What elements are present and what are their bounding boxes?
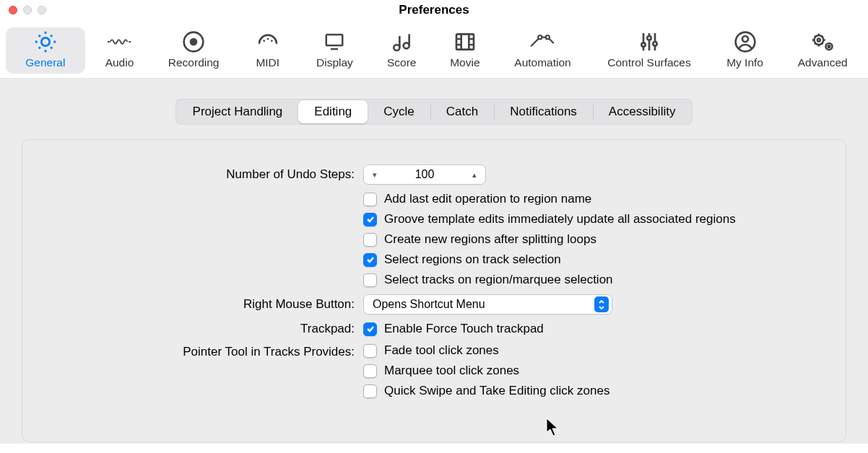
checkbox-quick-swipe-zones[interactable]: Quick Swipe and Take Editing click zones [363, 384, 817, 398]
editing-checkbox-group-1: Add last edit operation to region name G… [363, 192, 817, 287]
subtab-bar: Project Handling Editing Cycle Catch Not… [0, 99, 868, 125]
svg-point-14 [653, 42, 656, 45]
checkbox-label: Marquee tool click zones [384, 364, 519, 378]
checkbox-create-new-regions[interactable]: Create new regions after splitting loops [363, 232, 817, 247]
subtab-accessibility[interactable]: Accessibility [593, 100, 692, 123]
undo-steps-stepper[interactable]: ▾ 100 ▴ [363, 164, 486, 185]
checkbox-add-last-edit[interactable]: Add last edit operation to region name [363, 192, 817, 206]
gears-icon [810, 29, 836, 55]
chevron-down-icon[interactable]: ▾ [364, 170, 386, 180]
settings-panel: Number of Undo Steps: ▾ 100 ▴ Add last e… [22, 139, 846, 442]
toolbar-tab-control-surfaces[interactable]: Control Surfaces [591, 27, 706, 74]
waveform-icon [107, 29, 131, 55]
checkbox-icon [363, 384, 377, 398]
svg-point-4 [266, 38, 269, 40]
checkbox-icon [363, 344, 377, 358]
checkbox-icon [363, 364, 377, 378]
toolbar-tab-display[interactable]: Display [303, 27, 368, 74]
pointer-tool-label: Pointer Tool in Tracks Provides: [51, 343, 355, 359]
sliders-icon [638, 29, 661, 55]
music-notes-icon [390, 29, 413, 55]
subtab-editing[interactable]: Editing [298, 100, 368, 123]
toolbar-label: Score [387, 56, 417, 69]
right-mouse-select[interactable]: Opens Shortcut Menu [363, 294, 612, 315]
toolbar-tab-audio[interactable]: Audio [91, 27, 149, 74]
svg-point-2 [190, 38, 198, 46]
svg-point-20 [828, 45, 830, 48]
checkbox-label: Quick Swipe and Take Editing click zones [384, 384, 609, 398]
toolbar-label: MIDI [256, 56, 279, 69]
checkbox-icon [363, 253, 377, 267]
svg-rect-6 [326, 35, 343, 45]
checkbox-label: Groove template edits immediately update… [384, 212, 736, 226]
undo-steps-label: Number of Undo Steps: [51, 167, 355, 182]
svg-rect-9 [456, 34, 474, 49]
select-value: Opens Shortcut Menu [373, 298, 485, 311]
toolbar-tab-score[interactable]: Score [373, 27, 430, 74]
toolbar-label: My Info [726, 56, 763, 69]
content-area: Project Handling Editing Cycle Catch Not… [0, 79, 868, 444]
toolbar-label: Display [316, 56, 353, 69]
checkbox-label: Add last edit operation to region name [384, 192, 591, 206]
svg-point-16 [742, 36, 748, 42]
checkbox-icon [363, 213, 377, 226]
checkbox-select-regions-track[interactable]: Select regions on track selection [363, 252, 817, 267]
svg-point-5 [271, 40, 273, 42]
select-knob-icon [594, 296, 609, 312]
toolbar-label: General [25, 56, 65, 69]
gear-icon [33, 29, 58, 55]
trackpad-label: Trackpad: [51, 322, 355, 336]
automation-icon [529, 29, 557, 55]
svg-point-11 [545, 35, 549, 39]
toolbar-label: Movie [450, 56, 479, 69]
checkbox-icon [363, 193, 377, 206]
toolbar-tab-automation[interactable]: Automation [500, 27, 586, 74]
svg-point-18 [817, 39, 820, 42]
toolbar-tab-general[interactable]: General [6, 27, 85, 74]
checkbox-force-touch[interactable]: Enable Force Touch trackpad [363, 322, 544, 336]
record-icon [182, 29, 205, 55]
toolbar-tab-movie[interactable]: Movie [436, 27, 494, 74]
toolbar-tab-my-info[interactable]: My Info [713, 27, 778, 74]
titlebar: Preferences [0, 0, 868, 20]
svg-point-12 [641, 43, 645, 46]
svg-point-10 [538, 35, 542, 39]
subtab-notifications[interactable]: Notifications [494, 100, 593, 123]
monitor-icon [322, 29, 347, 55]
checkbox-icon [363, 273, 377, 287]
toolbar-label: Automation [514, 56, 570, 69]
svg-point-13 [647, 36, 651, 40]
checkbox-label: Select tracks on region/marquee selectio… [384, 273, 613, 287]
checkbox-select-tracks-region[interactable]: Select tracks on region/marquee selectio… [363, 273, 817, 287]
toolbar-tab-recording[interactable]: Recording [154, 27, 233, 74]
window-title: Preferences [0, 3, 868, 17]
checkbox-label: Select regions on track selection [384, 252, 561, 267]
subtab-cycle[interactable]: Cycle [368, 100, 430, 123]
checkbox-groove-template[interactable]: Groove template edits immediately update… [363, 212, 817, 226]
undo-steps-value: 100 [386, 168, 464, 181]
checkbox-fade-tool-zones[interactable]: Fade tool click zones [363, 343, 817, 358]
pointer-checkbox-group: Fade tool click zones Marquee tool click… [363, 343, 817, 398]
preferences-toolbar: General Audio Recording MIDI Display Sco… [0, 20, 868, 79]
toolbar-label: Advanced [798, 56, 848, 69]
checkbox-marquee-tool-zones[interactable]: Marquee tool click zones [363, 364, 817, 378]
svg-point-3 [263, 40, 265, 42]
checkbox-label: Fade tool click zones [384, 343, 499, 358]
toolbar-tab-midi[interactable]: MIDI [239, 27, 297, 74]
user-circle-icon [734, 29, 757, 55]
toolbar-label: Control Surfaces [607, 56, 690, 69]
right-mouse-label: Right Mouse Button: [51, 297, 355, 312]
segmented-control: Project Handling Editing Cycle Catch Not… [175, 99, 693, 125]
checkbox-icon [363, 322, 377, 336]
film-icon [453, 29, 477, 55]
midi-icon [256, 29, 279, 55]
checkbox-label: Enable Force Touch trackpad [384, 322, 544, 336]
chevron-up-icon[interactable]: ▴ [464, 170, 485, 180]
checkbox-label: Create new regions after splitting loops [384, 232, 596, 247]
toolbar-label: Recording [168, 56, 220, 69]
toolbar-label: Audio [105, 56, 134, 69]
checkbox-icon [363, 233, 377, 247]
subtab-catch[interactable]: Catch [430, 100, 494, 123]
toolbar-tab-advanced[interactable]: Advanced [783, 27, 862, 74]
subtab-project-handling[interactable]: Project Handling [177, 100, 299, 123]
